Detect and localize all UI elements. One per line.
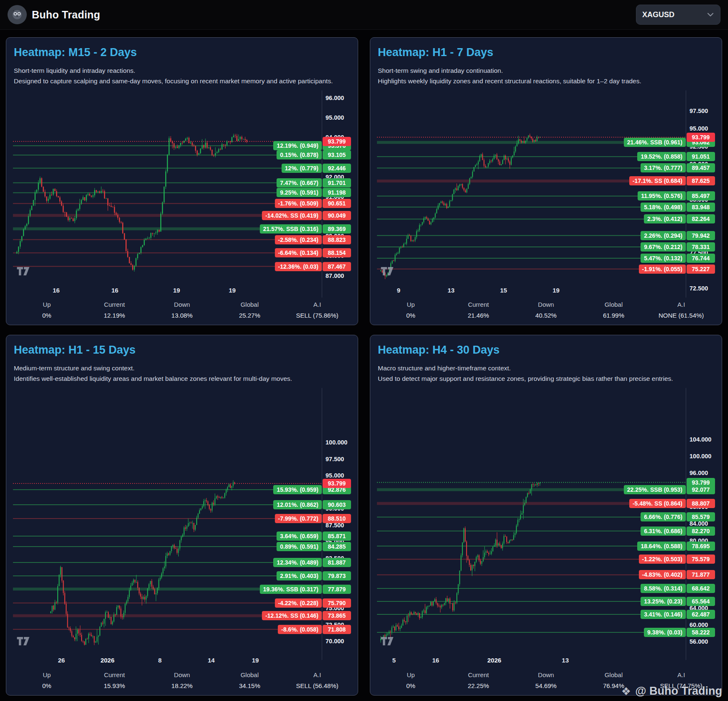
stat-value: 61.99% xyxy=(580,312,648,319)
chart-canvas[interactable] xyxy=(377,388,716,660)
level-price-label: 75.579 xyxy=(687,555,715,564)
level-price-label: 62.487 xyxy=(687,610,715,619)
level-price-label: 75.790 xyxy=(323,598,351,608)
panel-desc-line2: Identifies well-established liquidity ar… xyxy=(14,374,351,383)
x-axis-tick: 19 xyxy=(173,287,180,294)
panel-desc-line2: Designed to capture scalping and same-da… xyxy=(14,77,351,86)
level-percent-label: 11.95%. (0.576) xyxy=(638,191,686,200)
x-axis-tick: 2026 xyxy=(100,657,114,664)
stat-up: Up0% xyxy=(377,671,445,689)
panel-desc-line2: Used to detect major support and resista… xyxy=(378,374,715,383)
symbol-select[interactable]: XAGUSD xyxy=(636,5,720,25)
level-price-label: 88.807 xyxy=(687,499,715,508)
level-percent-label: 9.67%. (0.212) xyxy=(641,242,686,252)
stat-up: Up0% xyxy=(13,671,81,689)
stat-ai: A.ISELL (56.48%) xyxy=(283,671,351,689)
watermark: ❖ @ Buho Trading xyxy=(621,685,722,698)
level-price-label: 78.695 xyxy=(687,542,715,551)
y-axis-tick: 95.000 xyxy=(326,472,344,479)
stat-value: 0% xyxy=(13,682,81,689)
candlestick-chart[interactable]: 97.50095.00092.50090.00087.50085.00082.5… xyxy=(377,90,716,283)
stat-down: Down13.08% xyxy=(148,301,216,319)
level-price-label: 85.579 xyxy=(687,512,715,521)
stat-label: A.I xyxy=(283,301,351,308)
stat-value: 40.52% xyxy=(512,312,580,319)
stat-value: 0% xyxy=(377,312,445,319)
x-axis-tick: 15 xyxy=(500,287,507,294)
tradingview-logo-icon[interactable] xyxy=(380,267,395,277)
y-axis-tick: 56.000 xyxy=(690,638,708,645)
heatmap-panel-h4-30days: Heatmap: H4 - 30 Days Macro structure an… xyxy=(370,335,722,696)
level-percent-label: 12.34%. (0.489) xyxy=(273,558,322,567)
level-percent-label: 3.41%. (0.146) xyxy=(641,610,686,619)
stats-row: Up0%Current12.19%Down13.08%Global25.27%A… xyxy=(13,298,351,322)
y-axis-tick: 100.000 xyxy=(690,453,711,460)
panel-desc-line1: Medium-term structure and swing context. xyxy=(14,364,351,373)
candlestick-chart[interactable]: 104.000100.00096.00092.00088.00084.00080… xyxy=(377,388,716,653)
level-price-label: 79.873 xyxy=(323,571,351,580)
candlestick-chart[interactable]: 100.00097.50095.00092.50090.00087.50085.… xyxy=(13,388,352,653)
stat-down: Down18.22% xyxy=(148,671,216,689)
level-percent-label: -12.36%. (0.03) xyxy=(275,262,322,271)
x-axis-tick: 2026 xyxy=(487,657,501,664)
brand-title: Buho Trading xyxy=(32,9,100,21)
level-price-label: 75.227 xyxy=(687,264,715,274)
level-price-label: 90.603 xyxy=(323,500,351,509)
dashboard-grid: Heatmap: M15 - 2 Days Short-term liquidi… xyxy=(0,30,728,696)
heatmap-panel-m15-2days: Heatmap: M15 - 2 Days Short-term liquidi… xyxy=(6,37,358,325)
stat-label: Current xyxy=(81,671,149,678)
level-price-label: 88.510 xyxy=(323,514,351,523)
stat-value: 13.08% xyxy=(148,312,216,319)
y-axis-tick: 60.000 xyxy=(690,621,708,628)
level-price-label: 77.879 xyxy=(323,585,351,594)
panel-desc-line1: Short-term swing and intraday continuati… xyxy=(378,66,715,75)
stat-current: Current22.25% xyxy=(445,671,513,689)
stat-label: Current xyxy=(81,301,149,308)
level-percent-label: 12.01%. (0.862) xyxy=(273,500,322,509)
stat-value: SELL (56.48%) xyxy=(283,682,351,689)
stat-up: Up0% xyxy=(13,301,81,319)
level-percent-label: 2.3%. (0.412) xyxy=(644,214,686,223)
level-percent-label: 2.26%. (0.294) xyxy=(641,231,686,240)
level-price-label: 81.887 xyxy=(323,558,351,567)
stat-current: Current12.19% xyxy=(81,301,149,319)
app-header: Buho Trading XAGUSD xyxy=(0,0,728,30)
level-price-label: 90.049 xyxy=(323,211,351,220)
level-price-label: 87.467 xyxy=(323,262,351,271)
current-price-label: 93.799 xyxy=(687,478,715,487)
tradingview-logo-icon[interactable] xyxy=(380,637,395,647)
level-percent-label: -6.64%. (0.134) xyxy=(275,248,322,257)
level-percent-label: 5.18%. (0.498) xyxy=(641,203,686,212)
level-percent-label: 5.47%. (0.132) xyxy=(641,254,686,263)
level-percent-label: 0.89%. (0.591) xyxy=(277,542,322,551)
brand-logo-owl-icon xyxy=(8,5,27,24)
tradingview-logo-icon[interactable] xyxy=(16,267,31,277)
stat-label: Down xyxy=(512,301,580,308)
stat-label: Global xyxy=(580,671,648,678)
level-percent-label: 3.17%. (0.777) xyxy=(641,163,686,172)
level-percent-label: 22.25%. SSB (0.953) xyxy=(624,485,686,494)
stat-value: 34.15% xyxy=(216,682,284,689)
level-percent-label: 21.57%. SSB (0.316) xyxy=(260,224,322,234)
level-percent-label: 9.25%. (0.591) xyxy=(277,188,322,197)
x-axis-tick: 26 xyxy=(58,657,65,664)
level-price-label: 84.285 xyxy=(323,542,351,551)
candlestick-chart[interactable]: 96.00095.00094.00093.00092.00091.00090.0… xyxy=(13,90,352,283)
level-price-label: 89.457 xyxy=(687,163,715,172)
stat-label: Down xyxy=(148,301,216,308)
y-axis-tick: 72.500 xyxy=(690,285,708,292)
level-price-label: 88.823 xyxy=(323,235,351,244)
stat-label: A.I xyxy=(283,671,351,678)
x-axis-tick: 13 xyxy=(562,657,569,664)
stat-up: Up0% xyxy=(377,301,445,319)
level-percent-label: -14.02%. SS (0.419) xyxy=(262,211,322,220)
stat-global: Global61.99% xyxy=(580,301,648,319)
tradingview-logo-icon[interactable] xyxy=(16,637,31,647)
stat-down: Down54.69% xyxy=(512,671,580,689)
level-price-label: 85.497 xyxy=(687,191,715,200)
stat-global: Global34.15% xyxy=(216,671,284,689)
y-axis-tick: 97.500 xyxy=(690,108,708,114)
stat-label: Down xyxy=(148,671,216,678)
stat-ai: A.ISELL (75.86%) xyxy=(283,301,351,319)
panel-desc-line1: Macro structure and higher-timeframe con… xyxy=(378,364,715,373)
